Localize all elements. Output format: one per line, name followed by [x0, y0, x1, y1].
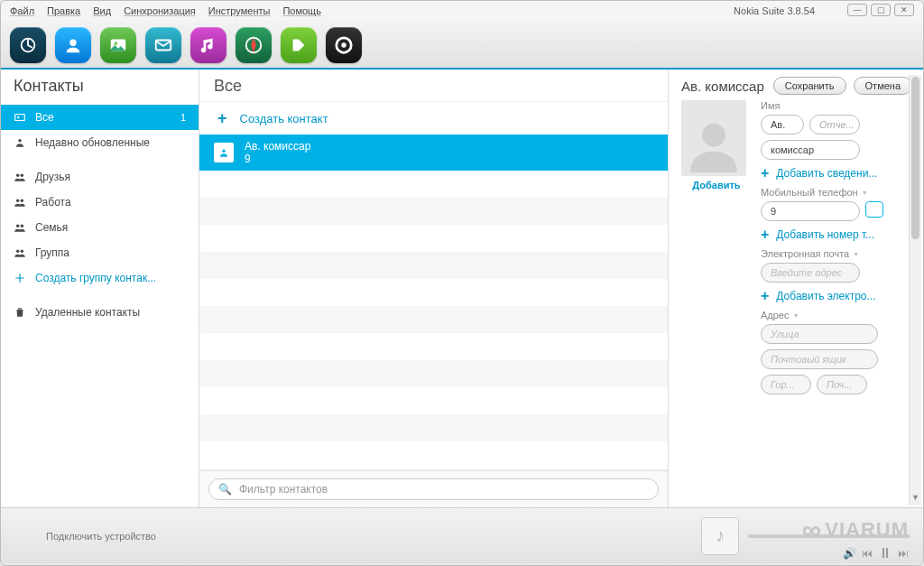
- detail-scrollbar[interactable]: ▲ ▼: [909, 75, 921, 506]
- svg-point-1: [69, 40, 76, 46]
- toolbar: [1, 21, 923, 70]
- contact-list-panel: Все + Создать контакт Ав. комиссар 9 🔍 Ф…: [199, 70, 669, 507]
- sidebar-item-label: Удаленные контакты: [35, 306, 140, 319]
- contact-card-icon: [214, 143, 234, 162]
- contact-detail-panel: Ав. комиссар Сохранить Отмена Добавить И…: [669, 70, 923, 507]
- sidebar-item-label: Группа: [35, 246, 69, 259]
- email-label: Электронная почта▼: [761, 248, 912, 259]
- sidebar-item-label: Создать группу контак...: [35, 272, 156, 284]
- content-area: Контакты Все 1 Недавно обновленные Друзь…: [1, 70, 923, 507]
- connect-device-link[interactable]: Подключить устройство: [46, 531, 156, 542]
- last-name-input[interactable]: комиссар: [761, 140, 860, 160]
- filter-input[interactable]: 🔍 Фильтр контактов: [208, 478, 659, 500]
- person-icon: [14, 136, 26, 149]
- plus-icon: [14, 272, 26, 284]
- menu-edit[interactable]: Правка: [47, 5, 80, 16]
- sms-icon[interactable]: [865, 201, 883, 218]
- save-button[interactable]: Сохранить: [773, 77, 846, 95]
- svg-point-9: [17, 116, 19, 118]
- group-icon: [14, 196, 26, 209]
- avatar[interactable]: [681, 100, 746, 176]
- sidebar-item-all[interactable]: Все 1: [1, 105, 199, 130]
- svg-point-11: [16, 174, 20, 178]
- contacts-icon[interactable]: [55, 27, 91, 63]
- card-icon: [14, 111, 26, 124]
- address-label: Адрес▼: [761, 310, 912, 320]
- maximize-button[interactable]: ▢: [871, 4, 891, 16]
- sidebar-item-friends[interactable]: Друзья: [1, 164, 199, 190]
- add-number-link[interactable]: +Добавить номер т...: [761, 227, 912, 243]
- plus-icon: +: [761, 288, 769, 304]
- contact-name: Ав. комиссар: [245, 140, 310, 153]
- sidebar-item-work[interactable]: Работа: [1, 190, 199, 215]
- close-button[interactable]: ✕: [894, 4, 914, 16]
- scroll-down-icon[interactable]: ▼: [910, 493, 921, 506]
- group-icon: [14, 246, 26, 259]
- filter-bar: 🔍 Фильтр контактов: [199, 470, 668, 507]
- watermark: ∞VIARUM: [802, 515, 909, 545]
- city-input[interactable]: Гор...: [761, 375, 811, 394]
- apps-icon[interactable]: [281, 27, 317, 63]
- menu-view[interactable]: Вид: [93, 5, 111, 16]
- sidebar-item-label: Друзья: [35, 171, 70, 183]
- svg-point-14: [21, 199, 23, 203]
- svg-rect-8: [15, 115, 25, 121]
- music-icon[interactable]: [190, 27, 226, 63]
- app-title: Nokia Suite 3.8.54: [734, 5, 815, 16]
- mobile-label: Мобильный телефон▼: [761, 187, 912, 198]
- add-photo-link[interactable]: Добавить: [681, 180, 752, 190]
- scroll-thumb[interactable]: [911, 77, 919, 239]
- svg-point-20: [702, 124, 725, 147]
- postcode-input[interactable]: Поч...: [817, 375, 867, 394]
- svg-point-10: [18, 139, 22, 143]
- support-icon[interactable]: [326, 27, 362, 63]
- plus-icon: +: [217, 109, 227, 128]
- sidebar-item-deleted[interactable]: Удаленные контакты: [1, 300, 199, 325]
- detail-title: Ав. комиссар: [681, 79, 766, 94]
- pobox-input[interactable]: Почтовый ящик: [761, 349, 878, 369]
- messages-icon[interactable]: [145, 27, 181, 63]
- cancel-button[interactable]: Отмена: [854, 77, 912, 95]
- email-input[interactable]: Введите адрес: [761, 263, 860, 283]
- sidebar-item-family[interactable]: Семья: [1, 215, 199, 240]
- app-window: Файл Правка Вид Синхронизация Инструмент…: [0, 0, 924, 566]
- next-icon[interactable]: ⏭: [898, 547, 909, 560]
- contact-sub: 9: [245, 153, 310, 165]
- name-label: Имя: [761, 100, 912, 111]
- svg-point-12: [21, 174, 23, 178]
- window-controls: — ▢ ✕: [847, 4, 914, 16]
- menu-sync[interactable]: Синхронизация: [124, 5, 196, 16]
- prev-icon[interactable]: ⏮: [862, 547, 873, 560]
- search-icon: 🔍: [218, 483, 232, 496]
- contact-row-selected[interactable]: Ав. комиссар 9: [199, 135, 668, 171]
- sidebar-item-group[interactable]: Группа: [1, 240, 199, 265]
- sidebar-item-label: Семья: [35, 221, 68, 234]
- minimize-button[interactable]: —: [847, 4, 867, 16]
- patronymic-input[interactable]: Отче...: [809, 115, 860, 135]
- menu-file[interactable]: Файл: [10, 5, 34, 16]
- menu-tools[interactable]: Инструменты: [208, 5, 271, 16]
- add-info-link[interactable]: +Добавить сведени...: [761, 165, 912, 181]
- street-input[interactable]: Улица: [761, 324, 878, 344]
- group-icon: [14, 221, 26, 234]
- sidebar-item-recent[interactable]: Недавно обновленные: [1, 130, 199, 155]
- create-contact-button[interactable]: + Создать контакт: [199, 102, 668, 135]
- sidebar-item-label: Работа: [35, 196, 71, 209]
- first-name-input[interactable]: Ав.: [761, 115, 804, 135]
- menu-bar: Файл Правка Вид Синхронизация Инструмент…: [1, 1, 923, 21]
- mobile-input[interactable]: 9: [761, 201, 860, 221]
- svg-point-16: [21, 225, 23, 228]
- plus-icon: +: [761, 227, 769, 243]
- maps-icon[interactable]: [236, 27, 272, 63]
- sidebar-item-create-group[interactable]: Создать группу контак...: [1, 265, 199, 291]
- svg-point-3: [114, 42, 117, 45]
- home-icon[interactable]: [10, 27, 46, 63]
- add-email-link[interactable]: +Добавить электро...: [761, 288, 912, 304]
- gallery-icon[interactable]: [100, 27, 136, 63]
- media-controls: 🔊 ⏮ ⏸ ⏭: [843, 545, 909, 561]
- menu-help[interactable]: Помощь: [282, 5, 321, 16]
- sidebar: Контакты Все 1 Недавно обновленные Друзь…: [1, 70, 199, 507]
- album-art-icon[interactable]: ♪: [701, 517, 739, 555]
- pause-icon[interactable]: ⏸: [878, 545, 892, 561]
- volume-icon[interactable]: 🔊: [843, 547, 856, 560]
